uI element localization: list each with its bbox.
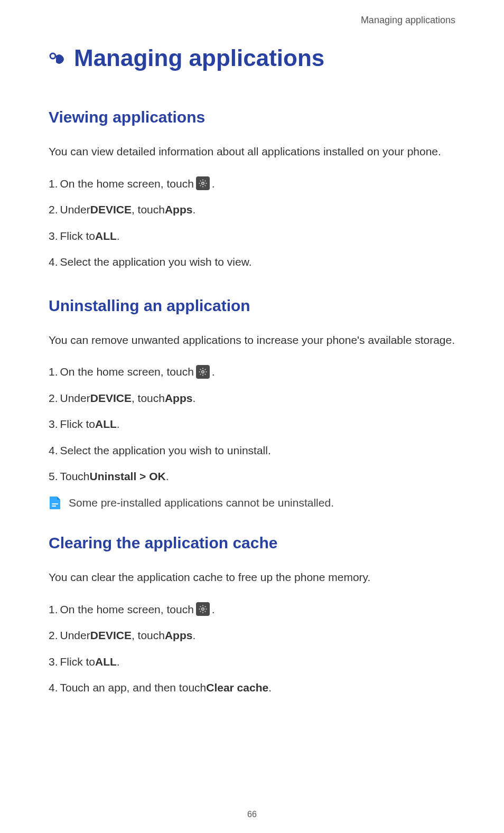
step-number: 2. xyxy=(49,390,58,407)
svg-line-9 xyxy=(205,181,206,182)
page-number: 66 xyxy=(247,810,257,819)
svg-point-21 xyxy=(202,608,204,611)
step-list-viewing: 1. On the home screen, touch . 2. Under … xyxy=(49,175,455,270)
step-number: 3. xyxy=(49,416,58,433)
settings-gear-icon xyxy=(196,176,210,190)
step-number: 1. xyxy=(49,601,58,618)
step-text: , touch xyxy=(132,390,165,407)
step-number: 4. xyxy=(49,442,58,459)
note-document-icon xyxy=(49,495,61,510)
step-text: Select the application you wish to unins… xyxy=(60,442,271,459)
bold-text: DEVICE xyxy=(90,390,132,407)
step-list-cache: 1. On the home screen, touch . 2. Under … xyxy=(49,601,455,696)
step-item: 1. On the home screen, touch . xyxy=(49,175,455,192)
step-text: , touch xyxy=(132,201,165,218)
step-text: On the home screen, touch xyxy=(60,175,194,192)
section-intro-viewing: You can view detailed information about … xyxy=(49,143,455,161)
bold-text: Apps xyxy=(165,627,193,644)
step-text: . xyxy=(192,627,195,644)
step-item: 1. On the home screen, touch . xyxy=(49,363,455,380)
bold-text: ALL xyxy=(95,228,117,245)
section-uninstall: Uninstalling an application You can remo… xyxy=(49,297,455,511)
step-number: 2. xyxy=(49,201,58,218)
bold-text: Uninstall > OK xyxy=(90,468,166,485)
section-heading-viewing: Viewing applications xyxy=(49,108,455,126)
svg-line-16 xyxy=(205,374,206,375)
step-text: . xyxy=(117,416,120,433)
svg-point-10 xyxy=(202,371,204,373)
step-item: 3. Flick to ALL . xyxy=(49,653,455,670)
page-content: Managing applications Viewing applicatio… xyxy=(0,0,504,696)
svg-line-28 xyxy=(200,611,201,612)
step-text: Under xyxy=(60,627,90,644)
section-viewing: Viewing applications You can view detail… xyxy=(49,108,455,270)
bold-text: DEVICE xyxy=(90,201,132,218)
bold-text: Apps xyxy=(165,390,193,407)
step-text: Touch an app, and then touch xyxy=(60,679,207,696)
settings-gear-icon xyxy=(196,602,210,616)
step-number: 5. xyxy=(49,468,58,485)
section-cache: Clearing the application cache You can c… xyxy=(49,534,455,696)
settings-gear-icon xyxy=(196,365,210,379)
step-number: 3. xyxy=(49,653,58,670)
step-text: On the home screen, touch xyxy=(60,363,194,380)
step-text: . xyxy=(192,201,195,218)
svg-line-7 xyxy=(205,185,206,186)
step-text: . xyxy=(212,175,215,192)
step-text: . xyxy=(166,468,169,485)
svg-line-15 xyxy=(200,369,201,370)
svg-line-29 xyxy=(205,606,206,607)
step-text: Flick to xyxy=(60,653,96,670)
step-text: . xyxy=(117,228,120,245)
step-item: 4. Touch an app, and then touch Clear ca… xyxy=(49,679,455,696)
step-item: 3. Flick to ALL . xyxy=(49,228,455,245)
svg-line-17 xyxy=(200,374,201,375)
step-text: On the home screen, touch xyxy=(60,601,194,618)
svg-point-0 xyxy=(50,53,55,59)
step-number: 2. xyxy=(49,627,58,644)
step-text: . xyxy=(212,601,215,618)
section-intro-cache: You can clear the application cache to f… xyxy=(49,569,455,586)
section-heading-uninstall: Uninstalling an application xyxy=(49,297,455,315)
svg-line-6 xyxy=(200,181,201,182)
step-text: . xyxy=(212,363,215,380)
step-item: 1. On the home screen, touch . xyxy=(49,601,455,618)
step-item: 2. Under DEVICE , touch Apps . xyxy=(49,627,455,644)
bold-text: ALL xyxy=(95,653,117,670)
step-item: 5. Touch Uninstall > OK . xyxy=(49,468,455,485)
bold-text: ALL xyxy=(95,416,117,433)
step-item: 4. Select the application you wish to un… xyxy=(49,442,455,459)
note-text: Some pre-installed applications cannot b… xyxy=(69,494,334,511)
step-number: 4. xyxy=(49,254,58,270)
step-text: , touch xyxy=(132,627,165,644)
section-intro-uninstall: You can remove unwanted applications to … xyxy=(49,332,455,349)
svg-point-1 xyxy=(202,182,204,185)
bold-text: Apps xyxy=(165,201,193,218)
step-number: 1. xyxy=(49,175,58,192)
svg-line-8 xyxy=(200,185,201,186)
step-item: 2. Under DEVICE , touch Apps . xyxy=(49,201,455,218)
step-item: 4. Select the application you wish to vi… xyxy=(49,254,455,270)
step-text: Under xyxy=(60,390,90,407)
note-row: Some pre-installed applications cannot b… xyxy=(49,494,455,511)
step-text: . xyxy=(192,390,195,407)
step-item: 2. Under DEVICE , touch Apps . xyxy=(49,390,455,407)
step-text: Flick to xyxy=(60,416,96,433)
breadcrumb: Managing applications xyxy=(361,15,455,26)
chapter-title: Managing applications xyxy=(74,45,324,71)
step-text: . xyxy=(268,679,272,696)
bold-text: Clear cache xyxy=(206,679,268,696)
svg-line-27 xyxy=(205,611,206,612)
svg-line-18 xyxy=(205,369,206,370)
step-text: Flick to xyxy=(60,228,96,245)
step-text: Touch xyxy=(60,468,90,485)
section-heading-cache: Clearing the application cache xyxy=(49,534,455,552)
step-number: 3. xyxy=(49,228,58,245)
step-list-uninstall: 1. On the home screen, touch . 2. Under … xyxy=(49,363,455,485)
step-text: Select the application you wish to view. xyxy=(60,254,252,270)
step-text: Under xyxy=(60,201,90,218)
bold-text: DEVICE xyxy=(90,627,132,644)
chapter-title-row: Managing applications xyxy=(49,45,455,71)
step-number: 4. xyxy=(49,679,58,696)
svg-line-26 xyxy=(200,606,201,607)
